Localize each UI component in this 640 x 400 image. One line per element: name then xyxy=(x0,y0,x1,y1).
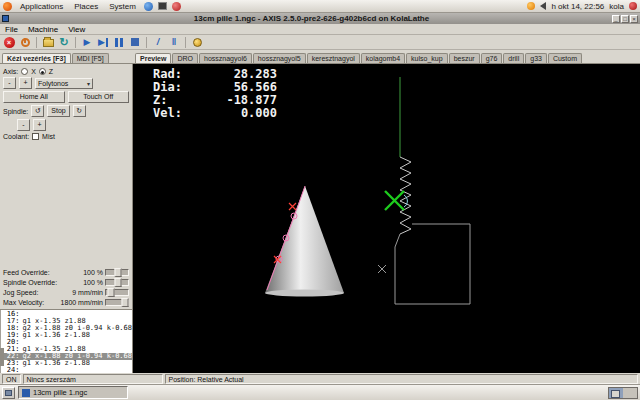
tab-keresztnagyol[interactable]: keresztnagyol xyxy=(307,53,360,63)
gnome-top-panel: Applications Places System h okt 14, 22:… xyxy=(0,0,640,13)
feed-override-label: Feed Override: xyxy=(3,269,81,276)
toolbar-separator xyxy=(36,37,37,48)
home-all-button[interactable]: Home All xyxy=(3,91,65,103)
tab-custom[interactable]: Custom xyxy=(548,53,582,63)
preview-area[interactable]: Rad: 28.283 Dia: 56.566 Z: -18.877 Vel: … xyxy=(133,63,640,373)
workspace-switcher[interactable] xyxy=(608,387,638,399)
update-notifier-icon[interactable] xyxy=(527,2,535,10)
axis-z-label[interactable]: Z xyxy=(49,68,53,75)
desktop: Applications Places System h okt 14, 22:… xyxy=(0,0,640,400)
mist-label[interactable]: Mist xyxy=(42,133,55,140)
estop-button[interactable]: × xyxy=(2,36,16,49)
optional-pause-button[interactable]: ‖ xyxy=(167,36,181,49)
open-file-button[interactable] xyxy=(41,36,55,49)
slider-handle[interactable] xyxy=(122,298,129,307)
axis-x-label[interactable]: X xyxy=(31,68,36,75)
window-icon xyxy=(2,15,9,22)
pause-button[interactable] xyxy=(112,36,126,49)
skip-lines-button[interactable]: / xyxy=(151,36,165,49)
gcode-line: 19:g1 x-1.36 z-1.88 xyxy=(1,332,132,339)
close-button[interactable]: × xyxy=(630,15,638,23)
open-folder-icon xyxy=(43,39,54,47)
gnome-bottom-panel: 13cm pille 1.ngc xyxy=(0,384,640,400)
main-area: Axis: X Z - + Folytonos ▾ xyxy=(0,63,640,373)
tool-touch-off-button[interactable] xyxy=(190,36,204,49)
tool-icon xyxy=(193,38,202,47)
spindle-forward-button[interactable]: ↻ xyxy=(73,105,86,117)
mist-checkbox[interactable] xyxy=(32,133,39,140)
spindle-reverse-button[interactable]: ↺ xyxy=(31,105,44,117)
spindle-override-label: Spindle Override: xyxy=(3,279,81,286)
axis-app-icon xyxy=(22,389,30,397)
browser-launcher-icon[interactable] xyxy=(144,2,153,11)
tab-beszur[interactable]: beszur xyxy=(449,53,480,63)
jog-speed-slider[interactable] xyxy=(105,289,129,296)
left-tab-strip: Kézi vezérlés [F3] MDI [F5] xyxy=(0,53,133,63)
menu-view[interactable]: View xyxy=(68,25,85,34)
menu-file[interactable]: File xyxy=(5,25,18,34)
estop-icon: × xyxy=(4,37,15,48)
tab-g33[interactable]: g33 xyxy=(525,53,547,63)
maximize-button[interactable]: □ xyxy=(621,15,629,23)
places-menu[interactable]: Places xyxy=(71,2,101,11)
run-button[interactable]: ▶ xyxy=(80,36,94,49)
spindle-slower-button[interactable]: - xyxy=(17,119,30,131)
dro-display: Rad: 28.283 Dia: 56.566 Z: -18.877 Vel: … xyxy=(153,68,277,120)
gcode-scrollbar[interactable] xyxy=(0,310,1,373)
step-button[interactable]: ▶ xyxy=(96,36,110,49)
app-launcher-icon[interactable] xyxy=(172,2,181,11)
distro-logo-icon[interactable] xyxy=(3,2,12,11)
minimize-button[interactable]: _ xyxy=(612,15,620,23)
touch-off-button[interactable]: Touch Off xyxy=(68,91,130,103)
workspace-1[interactable] xyxy=(609,388,623,398)
show-desktop-button[interactable] xyxy=(2,387,15,399)
shutdown-icon[interactable] xyxy=(629,2,637,10)
tab-kulso-kup[interactable]: kulso_kup xyxy=(406,53,448,63)
jog-mode-select[interactable]: Folytonos ▾ xyxy=(35,78,93,89)
tab-drill[interactable]: drill xyxy=(503,53,524,63)
tab-kolagomb4[interactable]: kolagomb4 xyxy=(361,53,405,63)
slider-handle[interactable] xyxy=(115,278,122,287)
window-titlebar[interactable]: 13cm pille 1.ngc - AXIS 2.5.0-pre2-626-g… xyxy=(0,13,640,24)
spindle-stop-button[interactable]: Stop xyxy=(47,105,69,117)
max-velocity-slider[interactable] xyxy=(105,299,129,306)
tab-hossznagyol6[interactable]: hossznagyol6 xyxy=(199,53,252,63)
cursor-cross xyxy=(378,265,386,273)
position-mode: Position: Relative Actual xyxy=(165,374,639,384)
scrollbar-thumb[interactable] xyxy=(0,348,4,366)
axis-z-radio[interactable] xyxy=(39,68,46,75)
applications-menu[interactable]: Applications xyxy=(17,2,66,11)
tab-g76[interactable]: g76 xyxy=(481,53,503,63)
spindle-faster-button[interactable]: + xyxy=(33,119,46,131)
jog-mode-value: Folytonos xyxy=(38,80,68,87)
taskbar-window-button[interactable]: 13cm pille 1.ngc xyxy=(18,386,128,399)
axis-x-radio[interactable] xyxy=(21,68,28,75)
slider-handle[interactable] xyxy=(115,268,122,277)
tab-mdi[interactable]: MDI [F5] xyxy=(72,53,109,63)
tab-row: Kézi vezérlés [F3] MDI [F5] Preview DRO … xyxy=(0,50,640,63)
statusbar: ON Nincs szerszám Position: Relative Act… xyxy=(0,373,640,384)
reload-button[interactable]: ↻ xyxy=(57,36,71,49)
system-menu[interactable]: System xyxy=(106,2,139,11)
gcode-listing[interactable]: 16: 17:g1 x-1.35 z1.88 18:g2 x-1.88 z0 i… xyxy=(0,309,132,373)
spindle-override-slider[interactable] xyxy=(105,279,129,286)
pause-icon xyxy=(115,38,123,47)
volume-icon[interactable] xyxy=(540,2,546,10)
feed-override-slider[interactable] xyxy=(105,269,129,276)
stop-button[interactable] xyxy=(128,36,142,49)
toolbar-separator xyxy=(75,37,76,48)
workspace-2[interactable] xyxy=(623,388,637,398)
menu-machine[interactable]: Machine xyxy=(28,25,58,34)
user-menu[interactable]: kola xyxy=(609,2,624,11)
machine-power-button[interactable] xyxy=(18,36,32,49)
clock[interactable]: h okt 14, 22:56 xyxy=(551,2,604,11)
run-icon: ▶ xyxy=(84,38,91,47)
terminal-launcher-icon[interactable] xyxy=(158,2,167,10)
tab-manual-control[interactable]: Kézi vezérlés [F3] xyxy=(2,53,71,63)
jog-plus-button[interactable]: + xyxy=(19,77,32,89)
slider-handle[interactable] xyxy=(107,288,114,297)
tab-dro[interactable]: DRO xyxy=(172,53,198,63)
tab-hossznagyol5[interactable]: hossznagyol5 xyxy=(253,53,306,63)
tab-preview[interactable]: Preview xyxy=(135,53,171,63)
jog-minus-button[interactable]: - xyxy=(3,77,16,89)
